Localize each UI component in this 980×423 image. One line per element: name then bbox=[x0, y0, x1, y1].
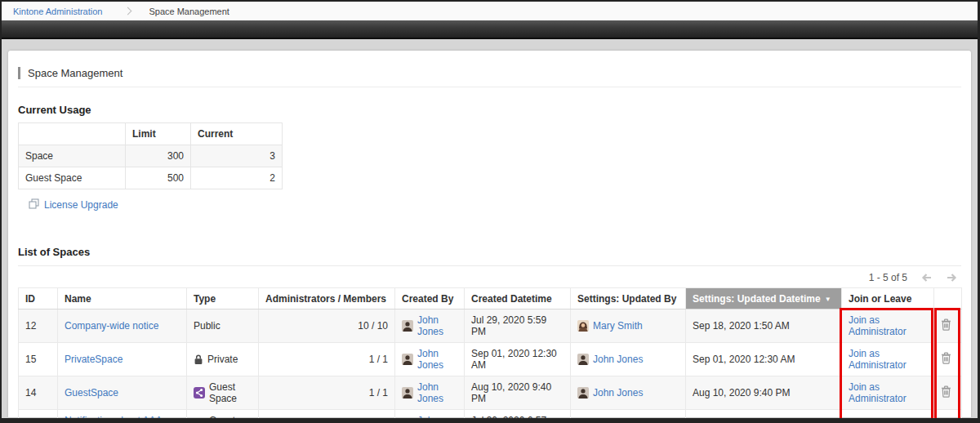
cell-created-by: John Jones bbox=[395, 376, 465, 410]
space-name-link[interactable]: PrivateSpace bbox=[65, 354, 122, 365]
usage-row-space: Space 300 3 bbox=[19, 145, 283, 167]
join-or-leave-link[interactable]: Join as Administrator bbox=[849, 314, 906, 337]
screenshot-frame: Kintone Administration Space Management … bbox=[0, 0, 980, 423]
breadcrumb-current: Space Management bbox=[149, 7, 229, 16]
usage-header-row: Limit Current bbox=[19, 123, 283, 145]
cell-created-by: John Jones bbox=[395, 309, 465, 343]
page-background: Space Management Current Usage Limit Cur… bbox=[2, 39, 978, 417]
column-header-created-datetime[interactable]: Created Datetime bbox=[465, 288, 571, 309]
cell-space-type: Public bbox=[187, 309, 259, 343]
guest-space-icon bbox=[194, 387, 205, 399]
space-name-link[interactable]: GuestSpace bbox=[65, 387, 118, 399]
cell-space-id: 14 bbox=[19, 376, 58, 410]
cell-space-name: Company-wide notice bbox=[58, 309, 187, 343]
cell-space-id: 13 bbox=[19, 410, 58, 423]
avatar bbox=[402, 320, 413, 332]
cell-settings-updated-by: John Jones bbox=[571, 343, 686, 376]
created-by-user-link[interactable]: John Jones bbox=[417, 381, 457, 404]
column-header-administrators-members[interactable]: Administrators / Members bbox=[259, 288, 395, 309]
cell-join-or-leave: Join as Administrator bbox=[842, 309, 934, 343]
usage-label: Guest Space bbox=[19, 167, 126, 189]
cell-administrators-members: 10 / 10 bbox=[259, 309, 395, 343]
updated-by-user-link[interactable]: Mary Smith bbox=[593, 320, 643, 332]
avatar bbox=[577, 387, 589, 399]
usage-label: Space bbox=[19, 145, 126, 167]
license-upgrade-icon bbox=[29, 198, 39, 212]
cell-settings-updated-by: Mary Smith bbox=[571, 309, 686, 343]
usage-header-empty bbox=[19, 123, 126, 145]
cell-space-name: Notification about AAA project bbox=[58, 410, 187, 423]
page-title: Space Management bbox=[18, 67, 961, 87]
sort-desc-icon: ▼ bbox=[825, 296, 831, 303]
current-usage-heading: Current Usage bbox=[18, 104, 961, 116]
page-title-text: Space Management bbox=[28, 67, 122, 79]
space-type-label: Guest Space bbox=[209, 415, 252, 423]
avatar bbox=[577, 320, 589, 332]
space-name-link[interactable]: Company-wide notice bbox=[65, 320, 158, 332]
created-by-user-link[interactable]: John Jones bbox=[417, 415, 457, 423]
cell-administrators-members: 4 / 6 bbox=[259, 410, 395, 423]
top-nav-bar bbox=[2, 20, 978, 39]
created-by-user-link[interactable]: John Jones bbox=[417, 314, 457, 337]
space-type-label: Public bbox=[194, 320, 220, 332]
cell-created-by: John Jones bbox=[395, 343, 465, 376]
trash-icon[interactable] bbox=[941, 318, 951, 331]
usage-limit-value: 500 bbox=[126, 167, 191, 189]
cell-space-name: PrivateSpace bbox=[58, 343, 187, 376]
title-accent-bar bbox=[18, 67, 20, 79]
space-name-link[interactable]: Notification about AAA project bbox=[65, 415, 162, 423]
license-upgrade-link[interactable]: License Upgrade bbox=[29, 198, 118, 212]
created-by-user-link[interactable]: John Jones bbox=[417, 348, 457, 371]
cell-settings-updated-datetime: Jul 30, 2020 7:27 PM bbox=[686, 410, 842, 423]
license-upgrade-label: License Upgrade bbox=[44, 199, 118, 211]
cell-administrators-members: 1 / 1 bbox=[259, 376, 395, 410]
list-of-spaces-heading: List of Spaces bbox=[18, 246, 961, 258]
column-header-name[interactable]: Name bbox=[58, 288, 187, 309]
cell-created-datetime: Sep 01, 2020 12:30 AM bbox=[465, 343, 571, 376]
cell-settings-updated-datetime: Sep 01, 2020 12:30 AM bbox=[686, 343, 842, 376]
updated-by-user-link[interactable]: John Jones bbox=[593, 354, 643, 365]
trash-icon[interactable] bbox=[941, 385, 951, 398]
cell-space-id: 15 bbox=[19, 343, 58, 376]
trash-icon[interactable] bbox=[941, 352, 951, 364]
lock-icon bbox=[194, 354, 203, 365]
current-usage-table: Limit Current Space 300 3 Guest Space 50… bbox=[18, 122, 283, 189]
cell-join-or-leave: Join as Administrator bbox=[842, 376, 934, 410]
pagination-label: 1 - 5 of 5 bbox=[869, 272, 907, 283]
table-row: 14GuestSpaceGuest Space1 / 1John JonesAu… bbox=[19, 376, 962, 410]
column-header-id[interactable]: ID bbox=[19, 288, 58, 309]
column-header-settings-updated-datetime[interactable]: Settings: Updated Datetime▼ bbox=[686, 288, 842, 309]
column-header-type[interactable]: Type bbox=[187, 288, 259, 309]
list-of-spaces-table-wrap: ID Name Type Administrators / Members Cr… bbox=[18, 287, 961, 423]
trash-icon[interactable] bbox=[941, 419, 951, 423]
pagination-prev-icon[interactable] bbox=[920, 273, 933, 283]
avatar bbox=[402, 354, 413, 365]
updated-by-user-link[interactable]: John Jones bbox=[593, 387, 643, 399]
cell-created-by: John Jones bbox=[395, 410, 465, 423]
list-of-spaces-table: ID Name Type Administrators / Members Cr… bbox=[18, 287, 962, 423]
join-or-leave-link[interactable]: Join as Administrator bbox=[849, 381, 906, 404]
column-header-created-by[interactable]: Created By bbox=[395, 288, 465, 309]
cell-settings-updated-datetime: Sep 18, 2020 1:50 AM bbox=[686, 309, 842, 343]
cell-delete bbox=[934, 309, 962, 343]
breadcrumb-link-kintone-administration[interactable]: Kintone Administration bbox=[13, 7, 102, 16]
avatar bbox=[577, 354, 589, 365]
table-row: 15PrivateSpacePrivate1 / 1John JonesSep … bbox=[19, 343, 962, 376]
column-header-settings-updated-by[interactable]: Settings: Updated By bbox=[571, 288, 686, 309]
cell-delete bbox=[934, 343, 962, 376]
cell-settings-updated-datetime: Aug 10, 2020 9:40 PM bbox=[686, 376, 842, 410]
content-panel: Space Management Current Usage Limit Cur… bbox=[8, 51, 971, 417]
pagination-next-icon[interactable] bbox=[946, 273, 958, 283]
cell-delete bbox=[934, 410, 962, 423]
cell-created-datetime: Jul 30, 2020 6:57 PM bbox=[465, 410, 571, 423]
table-row: 12Company-wide noticePublic10 / 10John J… bbox=[19, 309, 962, 343]
join-or-leave-link[interactable]: Join as Administrator bbox=[849, 348, 906, 371]
cell-space-id: 12 bbox=[19, 309, 58, 343]
avatar bbox=[402, 387, 413, 399]
cell-space-type: Guest Space bbox=[187, 376, 259, 410]
column-header-actions bbox=[934, 288, 962, 309]
cell-space-name: GuestSpace bbox=[58, 376, 187, 410]
column-header-join-or-leave[interactable]: Join or Leave bbox=[842, 288, 934, 309]
pagination: 1 - 5 of 5 bbox=[18, 272, 958, 283]
usage-header-current: Current bbox=[191, 123, 283, 145]
